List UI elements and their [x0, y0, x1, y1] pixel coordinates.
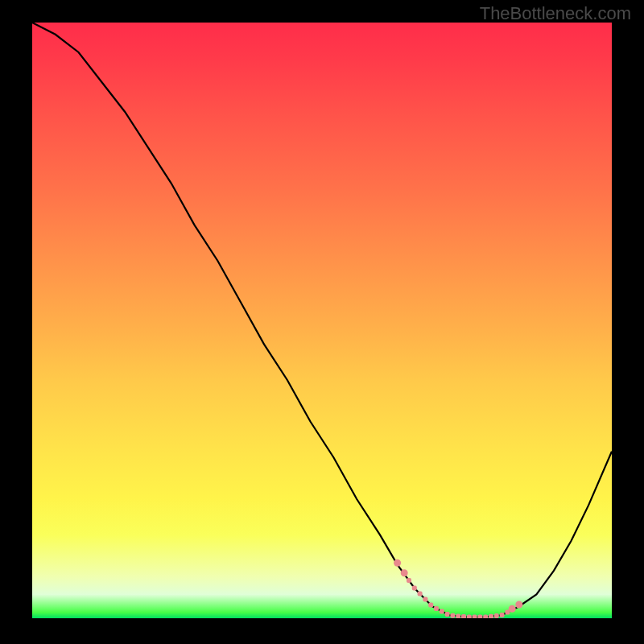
- svg-rect-21: [500, 613, 505, 617]
- svg-rect-10: [440, 609, 444, 613]
- optimal-zone-markers: [394, 559, 522, 618]
- svg-rect-18: [483, 614, 488, 618]
- curve-layer: [32, 23, 612, 618]
- bottleneck-curve: [32, 23, 612, 617]
- svg-point-1: [401, 569, 408, 576]
- svg-rect-8: [428, 603, 433, 608]
- svg-rect-12: [450, 613, 455, 618]
- svg-point-0: [394, 559, 401, 567]
- svg-rect-5: [412, 586, 417, 591]
- svg-rect-17: [477, 615, 482, 619]
- svg-rect-9: [434, 606, 439, 611]
- svg-rect-11: [445, 612, 450, 617]
- svg-rect-20: [494, 613, 499, 618]
- svg-rect-7: [423, 597, 427, 602]
- svg-rect-19: [489, 614, 493, 618]
- plot-area: [32, 23, 612, 618]
- svg-rect-22: [505, 610, 510, 615]
- svg-rect-16: [473, 615, 477, 619]
- svg-rect-13: [456, 613, 460, 618]
- svg-rect-6: [418, 592, 423, 597]
- svg-rect-4: [407, 578, 411, 583]
- svg-point-3: [515, 601, 522, 609]
- watermark-text: TheBottleneck.com: [480, 3, 631, 24]
- svg-rect-14: [461, 614, 466, 618]
- svg-rect-15: [467, 615, 472, 619]
